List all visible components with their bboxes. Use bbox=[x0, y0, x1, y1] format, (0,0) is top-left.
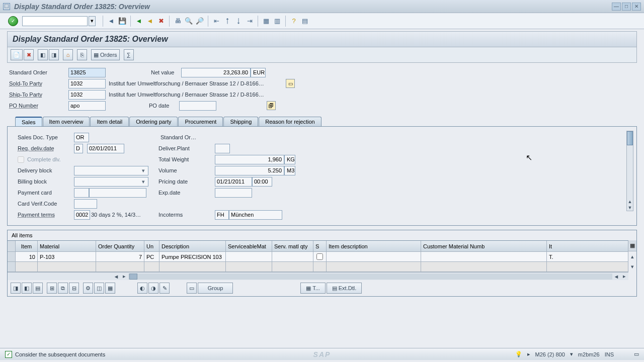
deselect-all-button[interactable]: ◧ bbox=[22, 283, 32, 294]
back-icon[interactable]: ◄ bbox=[106, 16, 116, 26]
sold-to-label[interactable]: Sold-To Party bbox=[9, 80, 68, 86]
req-deliv-rule-field[interactable] bbox=[74, 144, 83, 153]
propose-button[interactable]: ◐ bbox=[137, 283, 147, 294]
t-button[interactable]: ▦ T... bbox=[300, 283, 326, 294]
col-it[interactable]: It bbox=[547, 241, 628, 252]
status-overview-button[interactable]: ∑ bbox=[124, 49, 134, 60]
sold-to-field[interactable] bbox=[68, 79, 106, 88]
row-selector[interactable] bbox=[8, 252, 16, 262]
req-deliv-date-label[interactable]: Req. deliv.date bbox=[18, 145, 74, 151]
save-icon[interactable]: 💾 bbox=[117, 16, 127, 26]
payment-card-field[interactable] bbox=[89, 188, 146, 198]
new-session-icon[interactable]: ▦ bbox=[261, 16, 271, 26]
tab-item-overview[interactable]: Item overview bbox=[43, 117, 90, 126]
next-page-icon[interactable]: ⭣ bbox=[233, 16, 244, 26]
print-icon[interactable]: 🖶 bbox=[173, 16, 183, 26]
material-group-icon[interactable]: ▭ bbox=[187, 283, 197, 294]
deliv-plant-field[interactable] bbox=[215, 144, 230, 153]
copy-row-button[interactable]: ⧉ bbox=[58, 283, 68, 294]
table-row[interactable]: 10 P-103 7 PC Pumpe PRECISION 103 T. bbox=[8, 252, 628, 262]
po-search-button[interactable]: 🗐 bbox=[267, 101, 276, 110]
system-menu-icon[interactable]: ☐ bbox=[3, 3, 10, 10]
minimize-button[interactable]: — bbox=[612, 3, 621, 11]
col-serviceable[interactable]: ServiceableMat bbox=[226, 241, 272, 252]
help-icon[interactable]: ? bbox=[289, 16, 299, 26]
tab-vscroll[interactable]: ▲ ▼ bbox=[626, 131, 633, 211]
sales-doc-type-field[interactable] bbox=[74, 133, 89, 142]
grid-hscroll[interactable]: ◄ ▸ ◄ ▸ bbox=[8, 272, 628, 280]
payment-terms-field[interactable] bbox=[74, 210, 90, 220]
close-button[interactable]: ✕ bbox=[632, 3, 641, 11]
conditions-button[interactable]: ◫ bbox=[94, 283, 104, 294]
incoterms-loc-field[interactable] bbox=[229, 210, 282, 220]
display-doc-button[interactable]: 📄 bbox=[11, 49, 23, 60]
group-button[interactable]: Group bbox=[198, 283, 233, 294]
command-field[interactable] bbox=[22, 16, 88, 26]
col-material[interactable]: Material bbox=[38, 241, 96, 252]
document-flow-button[interactable]: ⎘ bbox=[77, 49, 87, 60]
schedule-button[interactable]: ▦ bbox=[105, 283, 115, 294]
standard-order-field[interactable] bbox=[68, 68, 106, 77]
pricing-date-field[interactable] bbox=[215, 177, 252, 187]
find-next-icon[interactable]: 🔎 bbox=[195, 16, 205, 26]
incoterms-field[interactable] bbox=[215, 210, 229, 220]
cancel-icon[interactable]: ✖ bbox=[156, 16, 166, 26]
col-custmat[interactable]: Customer Material Numb bbox=[421, 241, 547, 252]
row-s-checkbox[interactable] bbox=[316, 253, 323, 260]
col-un[interactable]: Un bbox=[144, 241, 159, 252]
orders-button[interactable]: ▦ Orders bbox=[91, 49, 120, 60]
card-verif-field[interactable] bbox=[74, 199, 97, 209]
po-number-label[interactable]: PO Number bbox=[9, 103, 68, 109]
layout-menu-icon[interactable]: ▤ bbox=[300, 16, 310, 26]
ship-to-label[interactable]: Ship-To Party bbox=[9, 92, 68, 98]
last-page-icon[interactable]: ⇥ bbox=[245, 16, 255, 26]
extdtl-button[interactable]: ▤ Ext.Dtl. bbox=[327, 283, 362, 294]
col-order-qty[interactable]: Order Quantity bbox=[96, 241, 144, 252]
status-session[interactable]: M26 (2) 800 bbox=[535, 351, 565, 357]
tab-sales[interactable]: Sales bbox=[15, 117, 42, 127]
delete-row-button[interactable]: ⊟ bbox=[69, 283, 79, 294]
grid-vscroll[interactable]: ▦ ▴ ▾ bbox=[628, 240, 636, 280]
status-nav-icon[interactable]: ▸ bbox=[527, 351, 530, 357]
delivery-block-dropdown[interactable]: ▾ bbox=[74, 166, 148, 175]
tab-item-detail[interactable]: Item detail bbox=[90, 117, 129, 126]
pricing-time-field[interactable] bbox=[252, 177, 272, 187]
po-number-field[interactable] bbox=[68, 101, 106, 111]
shortcut-icon[interactable]: ▥ bbox=[272, 16, 282, 26]
maximize-button[interactable]: □ bbox=[622, 3, 631, 11]
back-green-icon[interactable]: ◄ bbox=[134, 16, 144, 26]
ship-to-field[interactable] bbox=[68, 90, 106, 100]
tab-reason-rejection[interactable]: Reason for rejection bbox=[259, 117, 321, 126]
details-button[interactable]: ▤ bbox=[33, 283, 43, 294]
command-history-button[interactable]: ▾ bbox=[89, 16, 96, 26]
header-texts-button[interactable]: ◨ bbox=[49, 49, 59, 60]
exit-icon[interactable]: ◄ bbox=[145, 16, 155, 26]
select-all-button[interactable]: ◨ bbox=[11, 283, 21, 294]
header-output-button[interactable]: ◧ bbox=[38, 49, 48, 60]
payment-card-type-field[interactable] bbox=[74, 188, 89, 198]
col-servqty[interactable]: Serv. matl qty bbox=[272, 241, 313, 252]
select-all-column[interactable] bbox=[8, 241, 16, 252]
prev-page-icon[interactable]: ⭡ bbox=[222, 16, 232, 26]
tab-shipping[interactable]: Shipping bbox=[223, 117, 258, 126]
reject-button[interactable]: ✖ bbox=[24, 49, 34, 60]
status-help-icon[interactable]: 💡 bbox=[515, 351, 522, 357]
status-interpret-icon[interactable]: ▭ bbox=[634, 351, 639, 357]
header-button[interactable]: ⌂ bbox=[63, 49, 73, 60]
partner-details-button[interactable]: ▭ bbox=[286, 79, 295, 88]
req-deliv-date-field[interactable] bbox=[87, 144, 124, 153]
col-s[interactable]: S bbox=[313, 241, 327, 252]
po-date-field[interactable] bbox=[179, 101, 216, 111]
col-itemdesc[interactable]: Item description bbox=[327, 241, 421, 252]
find-icon[interactable]: 🔍 bbox=[184, 16, 194, 26]
enter-button[interactable]: ✓ bbox=[8, 16, 18, 26]
availability-button[interactable]: ✎ bbox=[159, 283, 170, 294]
tab-ordering-party[interactable]: Ordering party bbox=[129, 117, 178, 126]
payment-terms-label[interactable]: Payment terms bbox=[18, 212, 74, 218]
table-row[interactable] bbox=[8, 262, 628, 272]
exp-date-field[interactable] bbox=[215, 188, 252, 198]
billing-block-dropdown[interactable]: ▾ bbox=[74, 177, 148, 187]
tab-procurement[interactable]: Procurement bbox=[178, 117, 223, 126]
insert-row-button[interactable]: ⊞ bbox=[47, 283, 57, 294]
check-button[interactable]: ◑ bbox=[148, 283, 158, 294]
